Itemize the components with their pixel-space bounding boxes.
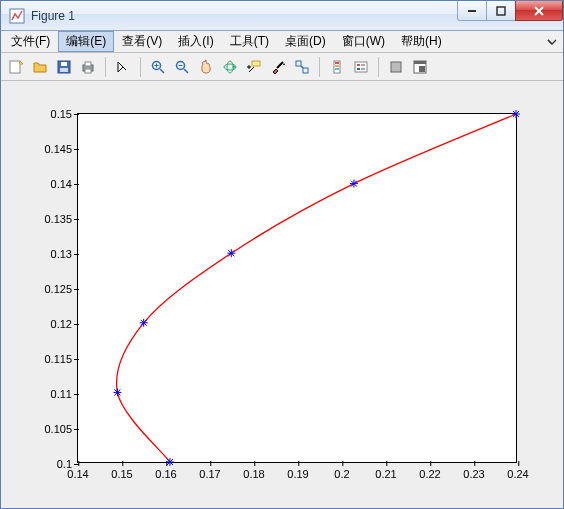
close-button[interactable] <box>515 1 563 21</box>
hide-tools-icon[interactable] <box>385 56 407 78</box>
xtick-label: 0.15 <box>111 462 132 480</box>
svg-line-15 <box>160 69 164 73</box>
data-cursor-icon[interactable] <box>243 56 265 78</box>
menu-item[interactable]: 文件(F) <box>3 31 58 52</box>
ytick-label: 0.125 <box>28 283 78 295</box>
toolbar-separator <box>378 57 379 77</box>
ytick-label: 0.105 <box>28 423 78 435</box>
menu-item[interactable]: 桌面(D) <box>277 31 334 52</box>
data-marker <box>113 388 121 396</box>
axes[interactable]: 0.10.1050.110.1150.120.1250.130.1350.140… <box>77 113 517 463</box>
svg-rect-44 <box>414 61 426 64</box>
ytick-label: 0.13 <box>28 248 78 260</box>
svg-line-28 <box>277 62 283 68</box>
ytick-label: 0.14 <box>28 178 78 190</box>
toolbar <box>1 53 563 81</box>
svg-rect-5 <box>10 61 20 73</box>
data-marker <box>140 319 148 327</box>
save-icon[interactable] <box>53 56 75 78</box>
zoom-in-icon[interactable] <box>147 56 169 78</box>
ytick-label: 0.12 <box>28 318 78 330</box>
series-line <box>117 114 516 462</box>
xtick-label: 0.19 <box>287 462 308 480</box>
edit-plot-icon[interactable] <box>112 56 134 78</box>
menu-item[interactable]: 插入(I) <box>170 31 221 52</box>
colorbar-icon[interactable] <box>326 56 348 78</box>
titlebar[interactable]: Figure 1 <box>1 1 563 31</box>
window-controls <box>458 1 563 21</box>
brush-icon[interactable] <box>267 56 289 78</box>
svg-rect-35 <box>335 65 339 67</box>
svg-rect-45 <box>419 66 425 72</box>
toolbar-separator <box>319 57 320 77</box>
svg-rect-9 <box>60 68 68 72</box>
svg-rect-2 <box>497 7 505 15</box>
menu-overflow-icon[interactable] <box>545 31 559 52</box>
svg-marker-29 <box>283 63 285 65</box>
ytick-label: 0.145 <box>28 143 78 155</box>
rotate3d-icon[interactable] <box>219 56 241 78</box>
svg-rect-34 <box>335 62 339 64</box>
menu-item[interactable]: 查看(V) <box>114 31 170 52</box>
toolbar-separator <box>105 57 106 77</box>
svg-rect-37 <box>355 62 367 72</box>
svg-rect-42 <box>391 62 401 72</box>
ytick-label: 0.135 <box>28 213 78 225</box>
open-icon[interactable] <box>29 56 51 78</box>
xtick-label: 0.17 <box>199 462 220 480</box>
data-marker <box>512 110 520 118</box>
figure-window: Figure 1 文件(F)编辑(E)查看(V)插入(I)工具(T)桌面(D)窗… <box>0 0 564 509</box>
data-marker <box>227 249 235 257</box>
svg-rect-8 <box>61 62 67 66</box>
svg-line-25 <box>249 67 254 72</box>
app-icon <box>9 8 25 24</box>
menubar: 文件(F)编辑(E)查看(V)插入(I)工具(T)桌面(D)窗口(W)帮助(H) <box>1 31 563 53</box>
xtick-label: 0.24 <box>507 462 528 480</box>
plot-line <box>78 114 516 462</box>
menu-item[interactable]: 窗口(W) <box>334 31 393 52</box>
maximize-button[interactable] <box>486 1 516 21</box>
xtick-label: 0.22 <box>419 462 440 480</box>
window-title: Figure 1 <box>31 9 75 23</box>
svg-rect-30 <box>296 61 301 66</box>
svg-rect-24 <box>252 61 260 66</box>
svg-marker-6 <box>20 61 23 64</box>
xtick-label: 0.14 <box>67 462 88 480</box>
toolbar-separator <box>140 57 141 77</box>
minimize-button[interactable] <box>457 1 487 21</box>
legend-icon[interactable] <box>350 56 372 78</box>
xtick-label: 0.16 <box>155 462 176 480</box>
dock-icon[interactable] <box>409 56 431 78</box>
svg-rect-31 <box>303 68 308 73</box>
menu-item[interactable]: 工具(T) <box>222 31 277 52</box>
print-icon[interactable] <box>77 56 99 78</box>
ytick-label: 0.115 <box>28 353 78 365</box>
ytick-label: 0.11 <box>28 388 78 400</box>
xtick-label: 0.23 <box>463 462 484 480</box>
svg-rect-36 <box>335 68 339 70</box>
menu-item[interactable]: 编辑(E) <box>58 31 114 52</box>
xtick-label: 0.21 <box>375 462 396 480</box>
figure-area: 0.10.1050.110.1150.120.1250.130.1350.140… <box>1 81 563 508</box>
zoom-out-icon[interactable] <box>171 56 193 78</box>
pan-icon[interactable] <box>195 56 217 78</box>
ytick-label: 0.15 <box>28 108 78 120</box>
svg-line-19 <box>184 69 188 73</box>
svg-rect-11 <box>85 62 91 66</box>
new-figure-icon[interactable] <box>5 56 27 78</box>
svg-rect-12 <box>85 69 91 73</box>
menu-item[interactable]: 帮助(H) <box>393 31 450 52</box>
xtick-label: 0.2 <box>334 462 349 480</box>
svg-line-32 <box>301 66 303 68</box>
link-icon[interactable] <box>291 56 313 78</box>
svg-point-22 <box>227 61 233 73</box>
xtick-label: 0.18 <box>243 462 264 480</box>
data-marker <box>350 180 358 188</box>
